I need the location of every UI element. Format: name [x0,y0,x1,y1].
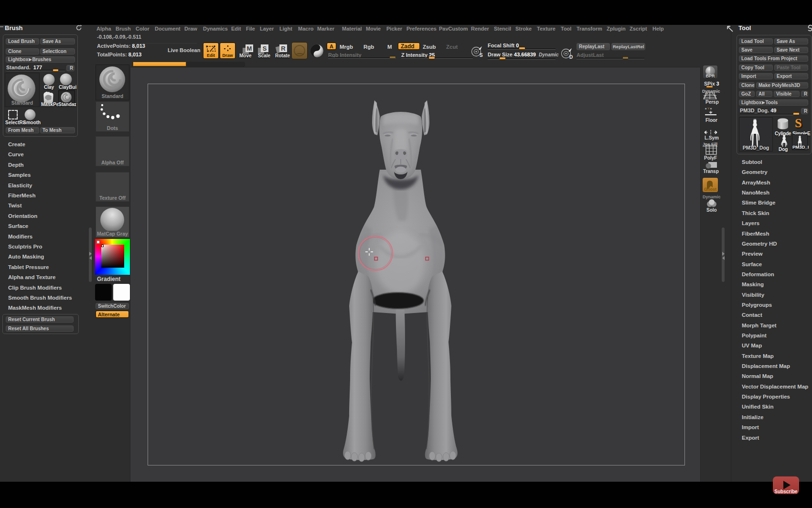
svg-text:■ Y ■: ■ Y ■ [705,107,712,110]
svg-text:S: S [263,45,267,52]
svg-text:M: M [247,45,252,52]
svg-text:S: S [480,53,483,58]
svg-text:R: R [281,45,286,52]
svg-text:D: D [569,54,573,60]
